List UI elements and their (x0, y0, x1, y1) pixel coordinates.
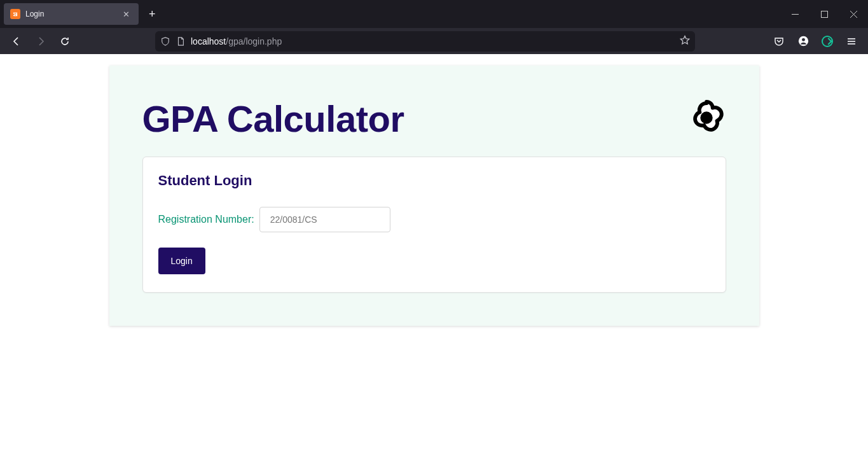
menu-icon[interactable] (841, 31, 862, 52)
page-body: GPA Calculator Student Login Registratio… (0, 54, 868, 462)
minimize-button[interactable] (780, 0, 809, 28)
back-button[interactable] (6, 31, 27, 52)
toolbar-right (769, 31, 862, 52)
card-title: Student Login (158, 172, 710, 189)
flower-icon (687, 98, 726, 140)
reg-number-row: Registration Number: (158, 207, 710, 232)
reload-button[interactable] (55, 31, 75, 52)
url-text: localhost/gpa/login.php (191, 36, 675, 46)
url-path: /gpa/login.php (226, 36, 282, 46)
app-header: GPA Calculator (142, 97, 726, 140)
close-tab-icon[interactable]: ✕ (120, 8, 132, 20)
browser-tab[interactable]: ឌ Login ✕ (4, 3, 139, 25)
browser-chrome: ឌ Login ✕ + (0, 0, 868, 54)
reg-number-input[interactable] (259, 207, 390, 232)
app-container: GPA Calculator Student Login Registratio… (109, 66, 759, 326)
bookmark-star-icon[interactable] (680, 35, 690, 48)
forward-button[interactable] (31, 31, 51, 52)
login-button[interactable]: Login (158, 248, 205, 274)
tab-title: Login (25, 10, 115, 18)
pocket-icon[interactable] (769, 31, 789, 52)
svg-rect-1 (821, 11, 827, 17)
page-icon (176, 36, 186, 46)
maximize-button[interactable] (809, 0, 839, 28)
login-card: Student Login Registration Number: Login (142, 157, 726, 293)
svg-point-9 (702, 113, 711, 122)
shield-icon (160, 36, 170, 46)
xampp-favicon: ឌ (10, 9, 20, 19)
tab-bar: ឌ Login ✕ + (0, 0, 868, 28)
grammarly-icon[interactable] (817, 31, 837, 52)
address-bar: localhost/gpa/login.php (0, 28, 868, 54)
url-host: localhost (191, 36, 226, 46)
window-controls (780, 0, 868, 28)
url-bar[interactable]: localhost/gpa/login.php (155, 31, 695, 52)
reg-number-label: Registration Number: (158, 214, 254, 225)
account-icon[interactable] (793, 31, 813, 52)
svg-point-5 (802, 38, 805, 41)
close-window-button[interactable] (839, 0, 868, 28)
new-tab-button[interactable]: + (149, 8, 156, 21)
page-title: GPA Calculator (142, 97, 404, 140)
